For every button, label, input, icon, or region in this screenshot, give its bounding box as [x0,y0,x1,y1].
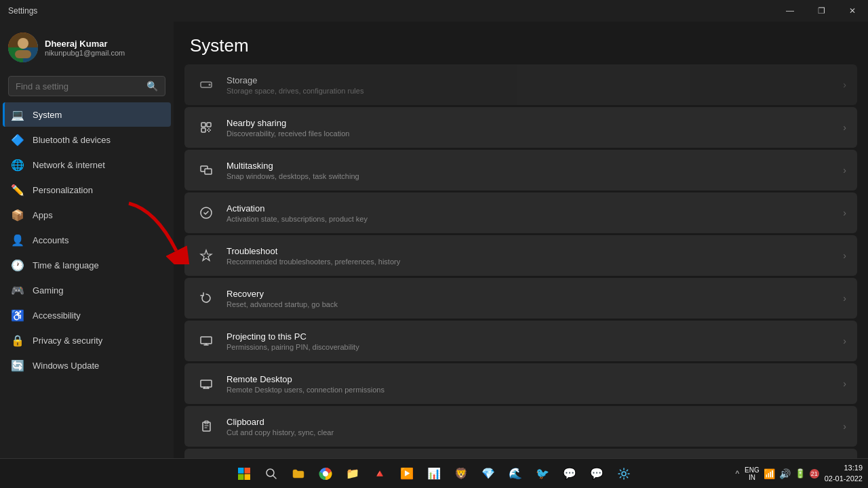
svg-rect-4 [15,50,31,58]
chevron-icon: › [843,165,846,176]
setting-item-desc: Recommended troubleshooters, preferences… [226,258,843,266]
setting-item-text: Remote Desktop Remote Desktop users, con… [226,374,843,394]
setting-item-about[interactable]: About Device specifications, rename PC, … [184,449,857,458]
svg-point-3 [18,38,28,49]
sidebar-item-accessibility[interactable]: ♿ Accessibility [3,303,171,327]
setting-item-recovery[interactable]: Recovery Reset, advanced startup, go bac… [184,278,857,319]
svg-point-26 [323,472,328,476]
apps-icon: 📦 [11,208,24,222]
setting-item-title: Troubleshoot [226,246,843,256]
avatar [8,33,38,62]
setting-item-desc: Reset, advanced startup, go back [226,300,843,308]
sidebar-item-label: Gaming [33,285,64,296]
setting-item-text: Storage Storage space, drives, configura… [226,75,843,95]
sidebar-item-personalization[interactable]: ✏️ Personalization [3,178,171,202]
svg-rect-22 [245,474,251,480]
setting-item-title: Remote Desktop [226,374,843,384]
lang-indicator: ENGIN [745,466,760,481]
taskbar-chevron[interactable]: ^ [735,469,739,479]
setting-item-desc: Permissions, pairing PIN, discoverabilit… [226,343,843,351]
clock-time: 13:19 [825,463,863,473]
app1-button[interactable]: 💎 [476,462,500,486]
settings-taskbar-button[interactable] [612,462,636,486]
notification-badge: 21 [810,469,819,479]
chrome-button[interactable] [313,462,338,486]
setting-item-desc: Cut and copy history, sync, clear [226,428,843,436]
clipboard-icon [195,415,217,437]
search-icon: 🔍 [146,81,158,92]
chevron-icon: › [843,79,846,90]
setting-item-text: Multitasking Snap windows, desktops, tas… [226,161,843,180]
sidebar-item-privacy[interactable]: 🔒 Privacy & security [3,328,171,352]
setting-item-text: Clipboard Cut and copy history, sync, cl… [226,417,843,436]
maximize-button[interactable]: ❐ [806,0,837,22]
volume-icon: 🔊 [779,468,791,479]
setting-item-title: Clipboard [226,417,843,427]
recovery-icon [195,287,217,309]
user-info: Dheeraj Kumar nikunpubg1@gmail.com [45,39,125,57]
setting-item-text: Projecting to this PC Permissions, pairi… [226,331,843,351]
svg-point-23 [267,469,274,476]
sidebar-item-apps[interactable]: 📦 Apps [3,203,171,227]
sidebar-item-label: Network & internet [33,160,105,170]
chevron-icon: › [843,378,846,389]
system-tray: ENGIN 📶 🔊 🔋 21 [745,466,819,481]
clock-date: 02-01-2022 [825,474,863,484]
setting-item-text: Troubleshoot Recommended troubleshooters… [226,246,843,266]
user-profile[interactable]: Dheeraj Kumar nikunpubg1@gmail.com [0,22,174,73]
setting-item-text: Recovery Reset, advanced startup, go bac… [226,289,843,308]
brave-button[interactable]: 🦁 [449,462,473,486]
svg-rect-8 [207,123,211,127]
sidebar-item-label: Windows Update [33,361,99,371]
setting-item-clipboard[interactable]: Clipboard Cut and copy history, sync, cl… [184,406,857,447]
app2-button[interactable]: 💬 [557,462,582,486]
accounts-icon: 👤 [11,233,24,247]
close-button[interactable]: ✕ [837,0,868,22]
search-box[interactable]: 🔍 [8,76,165,96]
sidebar-item-system[interactable]: 💻 System [3,102,171,127]
setting-item-multitasking[interactable]: Multitasking Snap windows, desktops, tas… [184,150,857,190]
taskbar-right: ^ ENGIN 📶 🔊 🔋 21 13:19 02-01-2022 [735,463,863,484]
setting-item-troubleshoot[interactable]: Troubleshoot Recommended troubleshooters… [184,235,857,276]
troubleshoot-icon [195,245,217,266]
sidebar-item-label: Privacy & security [33,336,102,346]
whatsapp-button[interactable]: 💬 [585,462,609,486]
file-explorer-button[interactable] [286,462,311,486]
sheets-button[interactable]: 📊 [422,462,446,486]
taskbar-center: 📁 🔺 ▶️ 📊 🦁 💎 🌊 🐦 💬 💬 [232,462,636,486]
svg-rect-19 [238,468,244,474]
youtube-button[interactable]: ▶️ [395,462,419,486]
network-icon: 🌐 [11,158,24,171]
minimize-button[interactable]: — [774,0,806,22]
drive-button[interactable]: 🔺 [368,462,392,486]
sidebar-item-accounts[interactable]: 👤 Accounts [3,228,171,252]
page-title: System [190,35,852,56]
search-button[interactable] [259,462,283,486]
twitter-button[interactable]: 🐦 [530,462,555,486]
user-name: Dheeraj Kumar [45,39,125,49]
setting-item-activation[interactable]: Activation Activation state, subscriptio… [184,192,857,233]
setting-item-storage[interactable]: Storage Storage space, drives, configura… [184,64,857,105]
setting-item-projecting[interactable]: Projecting to this PC Permissions, pairi… [184,321,857,361]
sidebar-item-time[interactable]: 🕐 Time & language [3,253,171,277]
edge-button[interactable]: 🌊 [503,462,528,486]
sidebar-item-gaming[interactable]: 🎮 Gaming [3,278,171,302]
window-controls: — ❐ ✕ [774,0,868,22]
setting-item-remote-desktop[interactable]: Remote Desktop Remote Desktop users, con… [184,363,857,404]
privacy-icon: 🔒 [11,333,24,347]
search-input[interactable] [16,81,141,92]
chevron-icon: › [843,207,846,218]
user-email: nikunpubg1@gmail.com [45,49,125,57]
content-header: System [174,22,868,64]
sidebar-item-bluetooth[interactable]: 🔷 Bluetooth & devices [3,127,171,152]
sidebar-item-network[interactable]: 🌐 Network & internet [3,152,171,177]
start-button[interactable] [232,462,256,486]
chevron-icon: › [843,336,846,346]
sidebar-item-update[interactable]: 🔄 Windows Update [3,353,171,378]
setting-item-title: Storage [226,75,843,85]
setting-item-nearby[interactable]: Nearby sharing Discoverability, received… [184,107,857,148]
window-title: Settings [8,6,37,16]
bluetooth-icon: 🔷 [11,133,24,146]
files-button[interactable]: 📁 [340,462,365,486]
settings-list: Storage Storage space, drives, configura… [174,64,868,458]
